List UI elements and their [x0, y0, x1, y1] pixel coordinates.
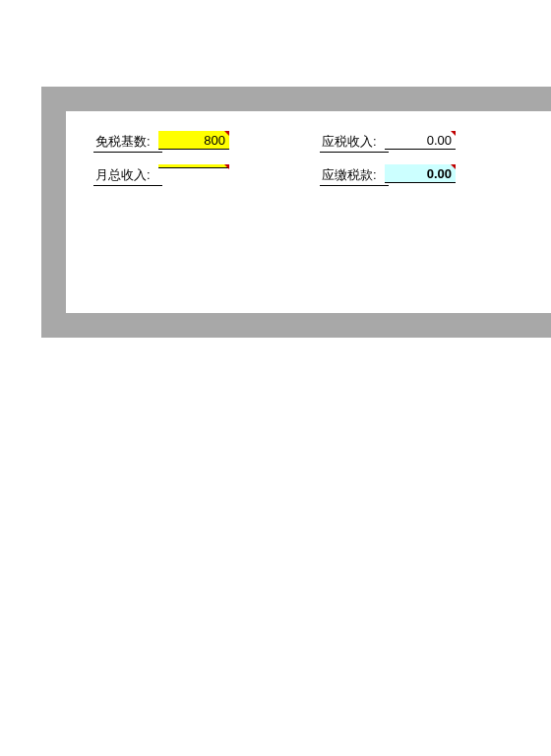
form-frame: 免税基数: 800 应税收入: 0.00 月总收入: 应缴税款: 0.00 — [41, 87, 551, 338]
label-monthly-income: 月总收入: — [93, 164, 162, 186]
input-monthly-income[interactable] — [158, 164, 229, 168]
input-tax-exempt-base[interactable]: 800 — [158, 131, 229, 150]
label-tax-exempt-base: 免税基数: — [93, 131, 162, 153]
label-tax-due: 应缴税款: — [320, 164, 389, 186]
value-tax-due: 0.00 — [385, 164, 456, 183]
form-panel: 免税基数: 800 应税收入: 0.00 月总收入: 应缴税款: 0.00 — [66, 111, 551, 313]
value-taxable-income: 0.00 — [385, 131, 456, 150]
label-taxable-income: 应税收入: — [320, 131, 389, 153]
